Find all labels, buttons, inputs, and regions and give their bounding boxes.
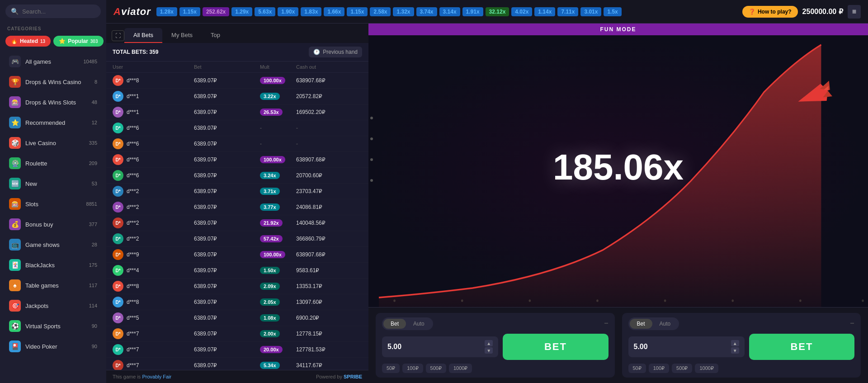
table-games-count: 117: [89, 283, 97, 288]
quick-500-2[interactable]: 500₽: [672, 364, 692, 373]
provably-fair-link[interactable]: Provably Fair: [142, 374, 171, 379]
expand-icon[interactable]: ⛶: [112, 30, 124, 41]
bet-input-box-2[interactable]: 5.00 ▲ ▼: [628, 336, 745, 357]
table-row: D* d***1 6389.07₽ 26.53x 169502.20₽: [106, 104, 368, 120]
cashout-amount: 127781.53₽: [296, 346, 326, 353]
collapse-icon-1[interactable]: －: [602, 317, 610, 328]
live-casino-icon: 🎲: [9, 137, 21, 149]
bet-panel-2-tabs: Bet Auto: [628, 317, 679, 330]
table-row: D* d***6 6389.07₽ 3.24x 20700.60₽: [106, 168, 368, 184]
recommended-label: Recommended: [25, 119, 87, 126]
new-count: 53: [92, 181, 97, 186]
avatar: D*: [113, 218, 123, 228]
cashout-cell: 12778.15₽: [296, 331, 362, 337]
user-name: d***5: [127, 315, 139, 321]
sidebar-item-all-games[interactable]: 🎮 All games 10485: [3, 52, 104, 71]
tab-all-bets[interactable]: All Bets: [124, 28, 162, 43]
sidebar-item-blackjacks[interactable]: 🃏 BlackJacks 175: [3, 255, 104, 275]
slots-icon: 🎰: [9, 198, 21, 210]
user-name: d***6: [127, 156, 139, 163]
quick-1000-1[interactable]: 1000₽: [449, 364, 472, 373]
table-row: D* d***9 6389.07₽ 100.00x 638907.68₽: [106, 247, 368, 263]
mult-pill: 1.50x: [260, 267, 280, 274]
sidebar-item-live-casino[interactable]: 🎲 Live Casino 335: [3, 133, 104, 153]
mult-cell: -: [260, 141, 296, 147]
sidebar-item-game-shows[interactable]: 📺 Game shows 28: [3, 235, 104, 255]
quick-100-1[interactable]: 100₽: [402, 364, 423, 373]
decrease-btn-1[interactable]: ▼: [485, 347, 493, 354]
search-input[interactable]: [22, 8, 95, 15]
mult-cell: -: [260, 125, 296, 131]
fun-mode-bar: FUN MODE: [368, 24, 868, 35]
tab-top[interactable]: Top: [202, 28, 229, 43]
user-cell: D* d***8: [113, 281, 194, 292]
sidebar-item-jackpots[interactable]: 🎯 Jackpots 114: [3, 296, 104, 316]
new-label: New: [25, 180, 87, 187]
avatar: D*: [113, 123, 123, 133]
increase-btn-2[interactable]: ▲: [731, 340, 739, 346]
heated-button[interactable]: 🔥 Heated 13: [5, 36, 51, 47]
sidebar-item-roulette[interactable]: 🎡 Roulette 209: [3, 153, 104, 173]
menu-button[interactable]: ≡: [848, 5, 861, 19]
mult-pill: 100.00x: [260, 77, 285, 84]
video-poker-label: Video Poker: [25, 343, 87, 350]
search-box[interactable]: 🔍: [5, 5, 101, 18]
live-casino-label: Live Casino: [25, 140, 85, 147]
bet-tab-auto-1[interactable]: Auto: [406, 319, 432, 329]
user-name: d***8: [127, 299, 139, 305]
quick-500-1[interactable]: 500₽: [426, 364, 446, 373]
sidebar-item-drops-wins-casino[interactable]: 🏆 Drops & Wins Casino 8: [3, 72, 104, 92]
cashout-cell: 34117.67₽: [296, 362, 362, 369]
increase-btn-1[interactable]: ▲: [485, 340, 493, 346]
sidebar-item-slots[interactable]: 🎰 Slots 8851: [3, 194, 104, 214]
table-row: D* d***7 6389.07₽ 5.34x 34117.67₽: [106, 358, 368, 370]
how-to-button[interactable]: ❓ How to play?: [742, 6, 798, 18]
popular-button[interactable]: ⭐ Popular 303: [53, 36, 103, 47]
bet-tab-bet-1[interactable]: Bet: [383, 319, 406, 329]
sidebar-item-virtual-sports[interactable]: ⚽ Virtual Sports 90: [3, 316, 104, 336]
mult-pill: 1.08x: [260, 314, 280, 322]
bet-input-box-1[interactable]: 5.00 ▲ ▼: [382, 336, 498, 357]
sidebar-item-table-games[interactable]: ♠ Table games 117: [3, 275, 104, 295]
sidebar-item-video-poker[interactable]: 🎴 Video Poker 90: [3, 336, 104, 356]
bet-input-row-2: 5.00 ▲ ▼ BET: [628, 334, 855, 360]
live-casino-count: 335: [89, 140, 97, 146]
bets-header: TOTAL BETS: 359 🕐 Previous hand: [106, 43, 368, 61]
decrease-btn-2[interactable]: ▼: [731, 347, 739, 354]
quick-50-2[interactable]: 50₽: [628, 364, 646, 373]
avatar: D*: [113, 297, 123, 307]
cashout-cell: -: [296, 125, 362, 131]
user-name: d***1: [127, 93, 139, 99]
quick-1000-2[interactable]: 1000₽: [695, 364, 718, 373]
table-row: D* d***5 6389.07₽ 1.08x 6900.20₽: [106, 310, 368, 326]
mult-cell: 26.53x: [260, 109, 296, 116]
user-name: d***2: [127, 236, 139, 242]
bet-button-2[interactable]: BET: [749, 334, 854, 360]
sidebar-item-drops-wins-slots[interactable]: 🎰 Drops & Wins Slots 48: [3, 92, 104, 112]
table-row: D* d***8 6389.07₽ 2.09x 13353.17₽: [106, 279, 368, 294]
sidebar-item-bonus-buy[interactable]: 💰 Bonus buy 377: [3, 214, 104, 234]
cashout-amount: 6900.20₽: [296, 315, 319, 321]
user-cell: D* d***6: [113, 170, 194, 181]
bet-tab-auto-2[interactable]: Auto: [652, 319, 678, 329]
prev-hand-button[interactable]: 🕐 Previous hand: [309, 47, 362, 57]
topbar-right: ❓ How to play? 250000.00 ₽ ≡: [742, 5, 861, 19]
nav-items: 🎮 All games 10485 🏆 Drops & Wins Casino …: [0, 51, 106, 357]
user-cell: D* d***7: [113, 344, 194, 355]
mult-pill: 3.77x: [260, 203, 280, 211]
side-dot: [370, 117, 373, 119]
bet-tab-bet-2[interactable]: Bet: [630, 319, 652, 329]
sidebar-item-recommended[interactable]: ⭐ Recommended 12: [3, 113, 104, 132]
sidebar-item-new[interactable]: 🆕 New 53: [3, 174, 104, 194]
bet-button-1[interactable]: BET: [503, 334, 608, 360]
game-area: FUN MODE: [368, 24, 868, 383]
quick-100-2[interactable]: 100₽: [649, 364, 669, 373]
cashout-amount: 638907.68₽: [296, 77, 326, 84]
multiplier-badge-4: 5.63x: [255, 7, 275, 16]
virtual-sports-count: 90: [92, 323, 97, 329]
collapse-icon-2[interactable]: －: [848, 317, 856, 328]
cashout-amount: 9583.61₽: [296, 267, 319, 274]
quick-50-1[interactable]: 50₽: [382, 364, 400, 373]
tab-my-bets[interactable]: My Bets: [162, 28, 202, 43]
cashout-dash: -: [296, 141, 298, 147]
